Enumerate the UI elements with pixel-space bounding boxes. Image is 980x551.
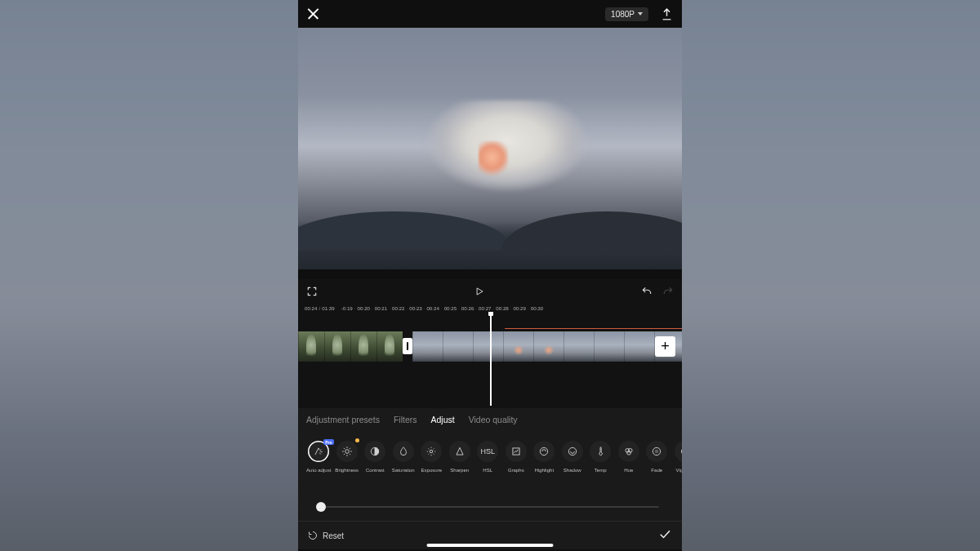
svg-point-4	[541, 447, 548, 455]
reset-button[interactable]: Reset	[308, 531, 344, 540]
ruler-mark: 00:27	[479, 305, 491, 311]
tool-highlight[interactable]: Highlight	[530, 441, 559, 473]
confirm-icon[interactable]	[657, 527, 672, 544]
preview-canvas	[298, 28, 682, 269]
tool-brightness[interactable]: Brightness	[333, 441, 362, 473]
temp-icon	[590, 441, 611, 462]
adjust-tools: ProAuto adjustBrightnessContrastSaturati…	[298, 431, 682, 493]
tool-hue[interactable]: Hue	[615, 441, 644, 473]
ruler-mark: 00:26	[461, 305, 474, 311]
tool-label: Auto adjust	[306, 467, 332, 473]
tool-shadow[interactable]: Shadow	[559, 441, 587, 473]
ruler-mark: 00:22	[392, 305, 404, 311]
playhead[interactable]	[490, 313, 492, 406]
tool-label: Saturation	[392, 467, 415, 473]
redo-icon[interactable]	[662, 286, 674, 297]
playback-controls	[298, 279, 682, 304]
tool-label: Graphs	[508, 467, 524, 473]
tab-filters[interactable]: Filters	[394, 415, 417, 424]
tool-temp[interactable]: Temp	[586, 441, 615, 473]
tab-presets[interactable]: Adjustment presets	[306, 415, 380, 424]
tool-label: Highlight	[534, 467, 554, 473]
tool-auto[interactable]: ProAuto adjust	[305, 441, 333, 473]
ruler-mark: 00:24	[426, 305, 439, 311]
tool-exposure[interactable]: Exposure	[417, 441, 446, 473]
brightness-icon	[336, 441, 358, 462]
total-time: 01:39	[322, 305, 334, 311]
play-icon[interactable]	[474, 286, 485, 297]
tool-label: Brightness	[335, 467, 359, 473]
video-preview[interactable]	[298, 28, 682, 269]
undo-icon[interactable]	[641, 286, 653, 297]
tool-label: Hue	[624, 467, 633, 473]
ruler-mark: 00:29	[514, 305, 526, 311]
highlight-icon	[533, 441, 555, 462]
tool-label: HSL	[483, 467, 492, 473]
adjustment-tabs: Adjustment presetsFiltersAdjustVideo qua…	[298, 408, 682, 431]
tool-label: Exposure	[421, 467, 442, 473]
tool-label: Shadow	[564, 467, 581, 473]
sharpen-icon	[449, 441, 470, 462]
tool-label: Temp	[595, 467, 607, 473]
graphs-icon	[506, 441, 527, 462]
tool-vignette[interactable]: Vignette	[671, 441, 683, 473]
hsl-icon: HSL	[477, 441, 498, 462]
tool-label: Contrast	[366, 467, 385, 473]
ruler-mark: 00:25	[444, 305, 457, 311]
svg-point-2	[430, 450, 434, 453]
tool-fade[interactable]: Fade	[643, 441, 671, 473]
hue-icon	[618, 441, 639, 462]
exposure-icon	[421, 441, 442, 462]
tool-label: Fade	[651, 467, 662, 473]
fade-icon	[646, 441, 667, 462]
ruler-mark: 00:20	[358, 305, 370, 311]
tool-label: Vignette	[676, 467, 682, 473]
transition-handle[interactable]	[403, 338, 412, 354]
ruler-mark: 00:23	[409, 305, 421, 311]
contrast-icon	[364, 441, 385, 462]
timeline[interactable]: +	[298, 312, 682, 408]
tool-label: Sharpen	[450, 467, 469, 473]
ruler-mark: 00:28	[496, 305, 508, 311]
ruler-offset: -0:19	[341, 305, 353, 311]
clip-2[interactable]	[412, 331, 682, 362]
ruler-mark: 00:21	[375, 305, 387, 311]
tab-quality[interactable]: Video quality	[469, 415, 518, 424]
close-icon[interactable]	[306, 7, 321, 21]
current-time: 00:24	[305, 305, 317, 311]
reset-label: Reset	[323, 531, 344, 540]
resolution-label: 1080P	[611, 10, 635, 19]
tool-sharpen[interactable]: Sharpen	[446, 441, 474, 473]
audio-level-line	[505, 328, 682, 329]
adjust-slider-row	[298, 493, 682, 521]
tool-hsl[interactable]: HSLHSL	[474, 441, 502, 473]
shadow-icon	[562, 441, 583, 462]
adjust-slider[interactable]	[321, 506, 659, 508]
resolution-dropdown[interactable]: 1080P	[605, 7, 648, 21]
fullscreen-icon[interactable]	[306, 286, 318, 297]
add-clip-button[interactable]: +	[655, 336, 675, 357]
export-icon[interactable]	[660, 7, 674, 21]
saturation-icon	[393, 441, 414, 462]
clip-1[interactable]	[298, 331, 403, 362]
tool-graphs[interactable]: Graphs	[502, 441, 531, 473]
home-indicator[interactable]	[427, 544, 554, 547]
svg-point-0	[345, 450, 349, 454]
svg-rect-11	[681, 449, 682, 455]
tab-adjust[interactable]: Adjust	[430, 415, 454, 424]
slider-knob[interactable]	[316, 502, 326, 512]
ruler-mark: 00:30	[531, 305, 543, 311]
time-ruler[interactable]: 00:24 / 01:39 -0:19 ·00:20·00:21·00:22·0…	[298, 304, 682, 312]
tool-saturation[interactable]: Saturation	[390, 441, 418, 473]
svg-point-10	[655, 450, 659, 454]
tool-contrast[interactable]: Contrast	[361, 441, 390, 473]
vignette-icon	[675, 441, 682, 462]
editor-header: 1080P	[298, 0, 682, 28]
svg-point-5	[568, 447, 576, 455]
header-actions: 1080P	[605, 7, 674, 21]
